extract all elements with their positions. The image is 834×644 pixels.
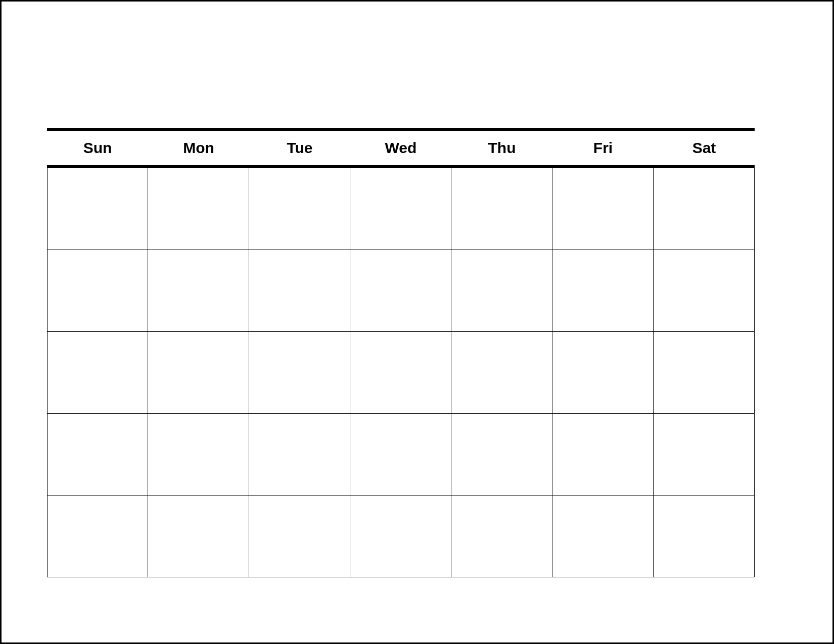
calendar-cell — [47, 168, 148, 250]
calendar-grid — [47, 168, 755, 577]
calendar-cell — [654, 168, 755, 250]
calendar-cell — [249, 168, 350, 250]
calendar-cell — [47, 496, 148, 577]
calendar-cell — [451, 496, 552, 577]
calendar-cell — [148, 414, 249, 496]
calendar-cell — [451, 332, 552, 414]
calendar-cell — [148, 496, 249, 577]
calendar-cell — [148, 332, 249, 414]
calendar-cell — [552, 250, 654, 332]
calendar-cell — [350, 250, 451, 332]
day-header-thu: Thu — [451, 139, 552, 157]
calendar-cell — [148, 168, 249, 250]
day-header-sat: Sat — [654, 139, 755, 157]
calendar-cell — [552, 496, 654, 577]
calendar-cell — [148, 250, 249, 332]
day-header-sun: Sun — [47, 139, 148, 157]
calendar-cell — [350, 414, 451, 496]
calendar-cell — [654, 414, 755, 496]
calendar-cell — [350, 168, 451, 250]
calendar-cell — [249, 332, 350, 414]
calendar-cell — [552, 168, 654, 250]
calendar-cell — [350, 332, 451, 414]
calendar-cell — [552, 332, 654, 414]
calendar-cell — [47, 414, 148, 496]
calendar-cell — [249, 250, 350, 332]
day-header-mon: Mon — [148, 139, 249, 157]
day-header-fri: Fri — [552, 139, 654, 157]
calendar-cell — [350, 496, 451, 577]
calendar-cell — [47, 332, 148, 414]
day-header-wed: Wed — [350, 139, 451, 157]
calendar-cell — [47, 250, 148, 332]
day-header-tue: Tue — [249, 139, 350, 157]
calendar-cell — [654, 332, 755, 414]
calendar-cell — [552, 414, 654, 496]
calendar-header: Sun Mon Tue Wed Thu Fri Sat — [47, 128, 755, 168]
calendar-cell — [451, 168, 552, 250]
calendar-cell — [654, 496, 755, 577]
calendar: Sun Mon Tue Wed Thu Fri Sat — [47, 128, 755, 577]
calendar-cell — [451, 414, 552, 496]
calendar-cell — [249, 414, 350, 496]
page-frame: Sun Mon Tue Wed Thu Fri Sat — [0, 0, 834, 644]
calendar-cell — [451, 250, 552, 332]
calendar-cell — [654, 250, 755, 332]
calendar-cell — [249, 496, 350, 577]
